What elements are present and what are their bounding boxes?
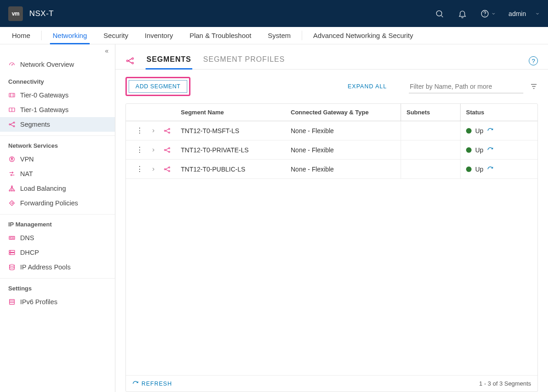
table-row: ⋮TNT12-T0-PRIVATE-LSNone - FlexibleUp xyxy=(126,140,537,160)
svg-line-53 xyxy=(166,129,169,131)
sidebar-heading-settings: Settings xyxy=(0,279,115,295)
sidebar-item-dns[interactable]: DNS xyxy=(0,231,115,245)
svg-point-23 xyxy=(13,190,15,191)
row-actions-menu[interactable]: ⋮ xyxy=(136,146,143,154)
user-menu[interactable]: admin xyxy=(509,10,540,17)
tab-segment-profiles[interactable]: SEGMENT PROFILES xyxy=(203,53,285,69)
load-balancing-icon xyxy=(8,185,16,192)
nav-home[interactable]: Home xyxy=(4,27,38,44)
sidebar-item-tier1-gateways[interactable]: Tier-1 Gateways xyxy=(0,102,115,117)
status-text: Up xyxy=(475,127,483,134)
svg-point-0 xyxy=(436,11,442,16)
row-refresh-button[interactable] xyxy=(487,147,494,153)
column-header-gateway[interactable]: Connected Gateway & Type xyxy=(291,109,401,116)
refresh-label: REFRESH xyxy=(141,381,172,387)
cell-subnets xyxy=(401,160,460,178)
refresh-icon xyxy=(132,381,139,387)
sidebar-item-tier0-gateways[interactable]: Tier-0 Gateways xyxy=(0,88,115,102)
status-text: Up xyxy=(475,146,483,154)
svg-line-64 xyxy=(166,169,169,171)
cell-status: Up xyxy=(460,121,537,140)
svg-point-62 xyxy=(168,170,170,172)
pager-text: 1 - 3 of 3 Segments xyxy=(479,380,531,387)
header-help-menu[interactable] xyxy=(480,9,496,18)
svg-line-54 xyxy=(166,131,169,133)
cell-status: Up xyxy=(460,140,537,159)
sidebar-item-label: Load Balancing xyxy=(20,185,66,192)
add-segment-button[interactable]: ADD SEGMENT xyxy=(129,80,187,93)
primary-nav: Home Networking Security Inventory Plan … xyxy=(0,27,548,44)
column-header-name[interactable]: Segment Name xyxy=(181,109,291,116)
svg-point-61 xyxy=(168,166,170,168)
table-footer: REFRESH 1 - 3 of 3 Segments xyxy=(126,375,537,392)
status-indicator-icon xyxy=(466,147,472,153)
table-row: ⋮TNT12-T0-PUBLIC-LSNone - FlexibleUp xyxy=(126,160,537,179)
cell-segment-name: TNT12-T0-MSFT-LS xyxy=(181,127,291,134)
expand-all-link[interactable]: EXPAND ALL xyxy=(347,83,387,90)
svg-rect-17 xyxy=(11,159,13,160)
svg-point-43 xyxy=(132,58,133,59)
filter-input[interactable] xyxy=(409,80,523,93)
svg-point-11 xyxy=(9,124,11,125)
tab-segments[interactable]: SEGMENTS xyxy=(146,53,191,69)
refresh-button[interactable]: REFRESH xyxy=(132,381,172,387)
nav-system[interactable]: System xyxy=(260,27,299,44)
sidebar-item-nat[interactable]: NAT xyxy=(0,166,115,181)
notifications-icon[interactable] xyxy=(457,9,467,19)
sidebar-collapse-toggle[interactable]: « xyxy=(0,44,115,57)
segments-icon xyxy=(125,56,135,65)
nav-advanced[interactable]: Advanced Networking & Security xyxy=(305,27,421,44)
svg-point-22 xyxy=(11,190,13,191)
row-actions-menu[interactable]: ⋮ xyxy=(136,127,143,134)
row-expand-toggle[interactable] xyxy=(151,166,156,172)
sidebar-item-network-overview[interactable]: Network Overview xyxy=(0,57,115,72)
svg-point-42 xyxy=(127,60,128,61)
row-refresh-button[interactable] xyxy=(487,166,494,172)
row-actions-menu[interactable]: ⋮ xyxy=(136,166,143,173)
svg-rect-6 xyxy=(9,93,15,97)
app-title: NSX-T xyxy=(29,9,54,18)
nav-security[interactable]: Security xyxy=(95,27,136,44)
sidebar-item-vpn[interactable]: VPN xyxy=(0,152,115,166)
sidebar-item-ip-address-pools[interactable]: IP Address Pools xyxy=(0,260,115,274)
svg-point-60 xyxy=(164,168,166,170)
cell-segment-name: TNT12-T0-PUBLIC-LS xyxy=(181,166,291,173)
filter-area xyxy=(409,80,538,93)
chevron-down-icon xyxy=(535,11,540,16)
nav-inventory[interactable]: Inventory xyxy=(136,27,181,44)
row-refresh-button[interactable] xyxy=(487,128,494,134)
search-icon[interactable] xyxy=(434,9,445,19)
row-expand-toggle[interactable] xyxy=(151,147,156,153)
filter-icon[interactable] xyxy=(530,82,538,91)
sidebar-item-forwarding-policies[interactable]: Forwarding Policies xyxy=(0,196,115,210)
cell-subnets xyxy=(401,121,460,140)
sidebar-item-segments[interactable]: Segments xyxy=(0,117,115,132)
sidebar-heading-connectivity: Connectivity xyxy=(0,72,115,88)
sidebar-item-label: Tier-0 Gateways xyxy=(20,91,69,99)
svg-line-5 xyxy=(12,64,13,65)
vpn-icon xyxy=(8,156,16,163)
svg-point-52 xyxy=(168,132,170,133)
row-expand-toggle[interactable] xyxy=(151,128,156,134)
cell-connected-gateway: None - Flexible xyxy=(291,146,401,154)
column-header-subnets[interactable]: Subnets xyxy=(401,104,460,121)
svg-point-44 xyxy=(132,62,133,64)
svg-point-37 xyxy=(10,253,11,254)
svg-point-12 xyxy=(13,122,15,124)
app-header: vm NSX-T admin xyxy=(0,0,548,27)
sidebar-item-ipv6-profiles[interactable]: IPv6 Profiles xyxy=(0,295,115,309)
sidebar-item-label: IPv6 Profiles xyxy=(20,298,57,306)
nav-networking[interactable]: Networking xyxy=(44,27,95,44)
svg-point-13 xyxy=(13,126,15,127)
svg-line-1 xyxy=(441,15,443,17)
nav-plan-troubleshoot[interactable]: Plan & Troubleshoot xyxy=(181,27,260,44)
svg-line-59 xyxy=(166,150,169,152)
chevron-double-left-icon: « xyxy=(105,47,109,54)
svg-point-31 xyxy=(10,238,11,238)
sidebar-item-dhcp[interactable]: DHCP xyxy=(0,245,115,260)
sidebar-item-load-balancing[interactable]: Load Balancing xyxy=(0,181,115,196)
column-header-status[interactable]: Status xyxy=(460,104,537,121)
help-icon[interactable]: ? xyxy=(529,56,538,65)
vmware-logo: vm xyxy=(8,6,23,21)
ipv6-profiles-icon xyxy=(8,298,16,306)
